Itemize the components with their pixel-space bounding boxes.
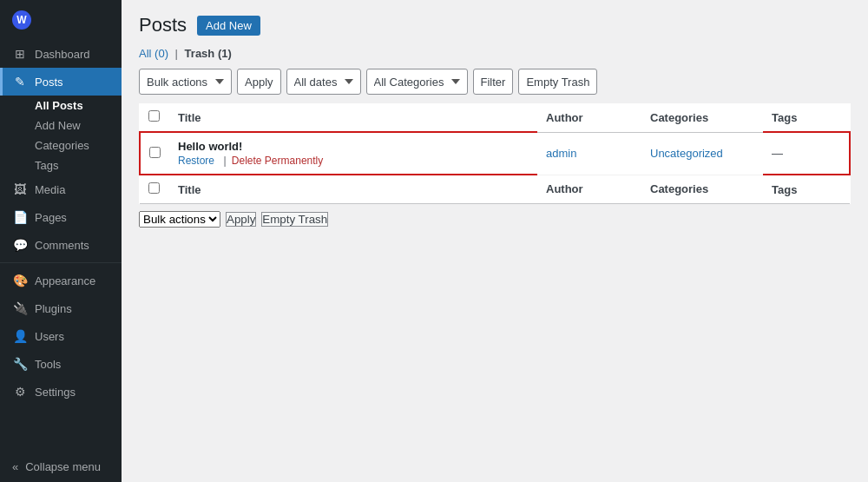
sidebar-item-label: Tools [35, 358, 61, 371]
sidebar-subitem-categories[interactable]: Categories [0, 135, 122, 155]
sidebar-subitem-tags[interactable]: Tags [0, 155, 122, 175]
sidebar-item-dashboard[interactable]: ⊞ Dashboard [0, 40, 122, 68]
col-categories-footer: Categories [641, 175, 763, 204]
sidebar-item-appearance[interactable]: 🎨 Appearance [0, 267, 122, 294]
collapse-icon: « [12, 460, 18, 473]
tools-icon: 🔧 [12, 356, 28, 372]
sidebar-item-label: Settings [35, 386, 76, 399]
sidebar-item-media[interactable]: 🖼 Media [0, 175, 122, 203]
filter-links: All (0) | Trash (1) [139, 47, 851, 60]
col-title-header[interactable]: Title [169, 103, 537, 132]
category-link[interactable]: Uncategorized [650, 147, 723, 160]
sidebar-item-label: Plugins [35, 302, 72, 315]
main-content: Posts Add New All (0) | Trash (1) Bulk a… [122, 0, 868, 482]
comments-icon: 💬 [12, 237, 28, 253]
sidebar-item-users[interactable]: 👤 Users [0, 322, 122, 350]
sidebar-item-label: Posts [35, 76, 63, 89]
empty-trash-button-top[interactable]: Empty Trash [518, 69, 597, 95]
collapse-label: Collapse menu [25, 460, 101, 473]
sidebar-item-label: Pages [35, 211, 67, 224]
posts-table: Title Author Categories Tags Hello world… [139, 103, 851, 204]
sidebar-item-label: Comments [35, 239, 89, 252]
bulk-actions-select-top[interactable]: Bulk actions [139, 69, 232, 95]
post-title: Hello world! [178, 140, 242, 153]
col-tags-footer: Tags [763, 175, 850, 204]
table-row: Hello world! Restore | Delete Permanentl… [140, 132, 850, 175]
apply-button-bottom[interactable]: Apply [226, 212, 256, 227]
sidebar-subitem-all-posts[interactable]: All Posts [0, 96, 122, 116]
row-categories-cell: Uncategorized [641, 132, 763, 175]
row-checkbox-cell [140, 132, 169, 175]
page-header: Posts Add New [139, 14, 851, 36]
col-checkbox-footer [140, 175, 169, 204]
sidebar-item-label: Dashboard [35, 48, 90, 61]
row-checkbox[interactable] [149, 147, 161, 158]
col-categories-header: Categories [641, 103, 763, 132]
row-tags-cell: — [763, 132, 850, 175]
all-posts-filter-link[interactable]: All (0) [139, 47, 172, 60]
select-all-checkbox[interactable] [148, 110, 160, 122]
add-new-button[interactable]: Add New [197, 16, 260, 36]
col-author-footer: Author [537, 175, 641, 204]
all-dates-select[interactable]: All dates [286, 69, 361, 95]
restore-link[interactable]: Restore [178, 155, 214, 167]
plugins-icon: 🔌 [12, 300, 28, 316]
users-icon: 👤 [12, 328, 28, 344]
empty-trash-button-bottom[interactable]: Empty Trash [261, 212, 328, 227]
dashboard-icon: ⊞ [12, 46, 28, 62]
sidebar-subitem-add-new[interactable]: Add New [0, 116, 122, 135]
filter-separator: | [175, 47, 181, 60]
sidebar-logo: W [0, 0, 122, 40]
row-author-cell: admin [537, 132, 641, 175]
sidebar-item-label: Appearance [35, 274, 95, 287]
delete-permanently-link[interactable]: Delete Permanently [232, 155, 323, 167]
author-link[interactable]: admin [546, 147, 576, 160]
appearance-icon: 🎨 [12, 273, 28, 288]
sidebar-item-tools[interactable]: 🔧 Tools [0, 350, 122, 378]
sidebar-item-label: Media [35, 183, 65, 196]
sidebar-item-comments[interactable]: 💬 Comments [0, 231, 122, 259]
top-toolbar: Bulk actions Apply All dates All Categor… [139, 69, 851, 95]
wp-logo-icon: W [12, 10, 31, 30]
row-title-cell: Hello world! Restore | Delete Permanentl… [169, 132, 537, 175]
table-header-row: Title Author Categories Tags [140, 103, 850, 132]
col-tags-header: Tags [763, 103, 850, 132]
sidebar-item-posts[interactable]: ✎ Posts [0, 68, 122, 96]
sidebar-divider [0, 262, 122, 263]
col-title-footer: Title [169, 175, 537, 204]
col-checkbox-header [140, 103, 169, 132]
bulk-actions-select-bottom[interactable]: Bulk actions [139, 211, 220, 228]
media-icon: 🖼 [12, 182, 28, 197]
sidebar-item-settings[interactable]: ⚙ Settings [0, 378, 122, 406]
settings-icon: ⚙ [12, 384, 28, 399]
apply-button-top[interactable]: Apply [237, 69, 281, 95]
tags-value: — [772, 147, 783, 160]
col-author-header: Author [537, 103, 641, 132]
posts-icon: ✎ [12, 74, 28, 89]
post-row-actions: Restore | Delete Permanently [178, 155, 529, 167]
all-categories-select[interactable]: All Categories [366, 69, 468, 95]
table-footer-row: Title Author Categories Tags [140, 175, 850, 204]
sidebar-item-label: Users [35, 330, 64, 343]
page-title: Posts [139, 14, 187, 36]
select-all-checkbox-footer[interactable] [148, 182, 160, 194]
collapse-menu-button[interactable]: « Collapse menu [0, 452, 122, 482]
sidebar-item-pages[interactable]: 📄 Pages [0, 203, 122, 231]
pages-icon: 📄 [12, 209, 28, 225]
bottom-toolbar: Bulk actions Apply Empty Trash [139, 211, 851, 228]
sidebar: W ⊞ Dashboard ✎ Posts All Posts Add New … [0, 0, 122, 482]
sidebar-item-plugins[interactable]: 🔌 Plugins [0, 294, 122, 322]
filter-button[interactable]: Filter [473, 69, 514, 95]
trash-filter-link[interactable]: Trash (1) [185, 47, 232, 60]
action-separator: | [223, 155, 226, 167]
